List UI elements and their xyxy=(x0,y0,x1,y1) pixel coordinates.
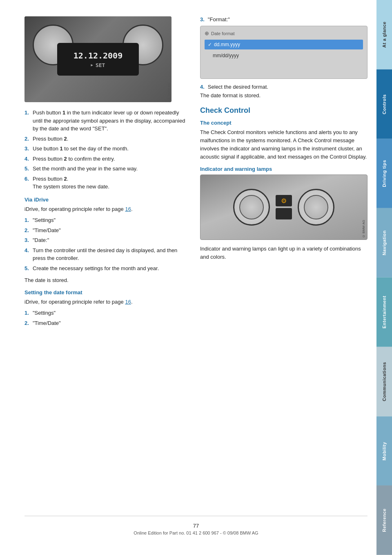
right-step4-text: Select the desired format. xyxy=(208,84,268,90)
step-6: 6. Press button 2.The system stores the … xyxy=(24,175,188,191)
setting-step-2: 2. "Time/Date" xyxy=(24,319,188,327)
right-step4-num: 4. xyxy=(200,84,205,90)
main-content: 12.12.2009 SET © BMW AG 1. Push button 1… xyxy=(0,0,376,555)
indicator-heading: Indicator and warning lamps xyxy=(200,166,368,172)
instrument-img-caption: © BMW AG xyxy=(362,220,365,238)
page-number: 77 xyxy=(24,523,368,529)
right-column: 3. "Format:" Date format dd.mm.yyyy mm/d… xyxy=(200,16,368,504)
format-stored-note: The date format is stored. xyxy=(200,92,368,100)
via-idrive-heading: Via iDrive xyxy=(24,197,188,203)
indicator-caption: Indicator and warning lamps can light up… xyxy=(200,245,368,261)
date-format-dialog: Date format dd.mm.yyyy mm/dd/yyyy xyxy=(200,26,368,79)
date-stored-note: The date is stored. xyxy=(24,276,188,284)
image-caption-left: © BMW AG xyxy=(167,83,171,101)
sidebar-tab-driving-tips[interactable]: Driving tips xyxy=(376,139,392,208)
concept-heading: The concept xyxy=(200,120,368,126)
right-step3-num: 3. xyxy=(200,16,205,22)
right-step3-text: "Format:" xyxy=(208,16,230,22)
left-column: 12.12.2009 SET © BMW AG 1. Push button 1… xyxy=(24,16,188,504)
concept-text: The Check Control monitors vehicle funct… xyxy=(200,128,368,161)
right-gauge xyxy=(298,189,334,226)
sidebar-tab-communications[interactable]: Communications xyxy=(376,347,392,416)
check-control-heading: Check Control xyxy=(200,106,368,115)
step-4: 4. Press button 2 to confirm the entry. xyxy=(24,155,188,163)
dashboard-image: 12.12.2009 SET © BMW AG xyxy=(24,16,172,102)
sidebar-tab-reference[interactable]: Reference xyxy=(376,486,392,555)
sidebar-tab-mobility[interactable]: Mobility xyxy=(376,416,392,486)
setting-steps: 1. "Settings" 2. "Time/Date" xyxy=(24,309,188,327)
steps-list-1: 1. Push button 1 in the turn indicator l… xyxy=(24,109,188,191)
sidebar-tab-navigation[interactable]: Navigation xyxy=(376,208,392,278)
via-step-2: 2. "Time/Date" xyxy=(24,226,188,235)
dash-date-display: 12.12.2009 xyxy=(74,51,122,60)
set-label: SET xyxy=(91,62,105,68)
step-2: 2. Press button 2. xyxy=(24,135,188,143)
sidebar-tab-controls[interactable]: Controls xyxy=(376,69,392,139)
via-idrive-intro: iDrive, for operating principle refer to… xyxy=(24,205,188,213)
option-dd-mm-yyyy: dd.mm.yyyy xyxy=(205,40,363,49)
via-step-3: 3. "Date:" xyxy=(24,236,188,244)
via-step-1: 1. "Settings" xyxy=(24,216,188,224)
setting-step-1: 1. "Settings" xyxy=(24,309,188,317)
copyright-text: Online Edition for Part no. 01 41 2 600 … xyxy=(24,530,368,535)
instrument-cluster-image: ⚙ © BMW AG xyxy=(200,175,368,240)
via-idrive-steps: 1. "Settings" 2. "Time/Date" 3. "Date:" … xyxy=(24,216,188,272)
option-mm-dd-yyyy: mm/dd/yyyy xyxy=(205,51,363,60)
dialog-title: Date format xyxy=(205,30,363,36)
sidebar-tab-at-a-glance[interactable]: At a glance xyxy=(376,0,392,69)
step-1: 1. Push button 1 in the turn indicator l… xyxy=(24,109,188,133)
setting-intro: iDrive, for operating principle refer to… xyxy=(24,298,188,306)
step-5: 5. Set the month and the year in the sam… xyxy=(24,165,188,173)
left-gauge xyxy=(233,189,270,226)
page-footer: 77 Online Edition for Part no. 01 41 2 6… xyxy=(24,516,368,539)
via-step-4: 4. Turn the controller until the desired… xyxy=(24,246,188,262)
sidebar-tab-entertainment[interactable]: Entertainment xyxy=(376,278,392,347)
via-step-5: 5. Create the necessary settings for the… xyxy=(24,264,188,273)
setting-date-format-heading: Setting the date format xyxy=(24,289,188,295)
sidebar: At a glance Controls Driving tips Naviga… xyxy=(376,0,392,555)
step-3: 3. Use button 1 to set the day of the mo… xyxy=(24,145,188,153)
